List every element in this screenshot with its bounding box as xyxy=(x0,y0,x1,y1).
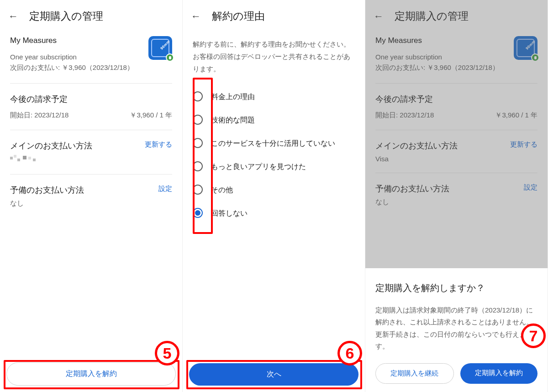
back-arrow-icon[interactable]: ← xyxy=(191,11,201,21)
payment-method-section: メインのお支払い方法 Visa 更新する xyxy=(365,130,548,163)
app-sub-line2: 次回のお支払い: ￥3,960（2023/12/18） xyxy=(375,62,514,73)
payment-value-redacted xyxy=(10,155,42,162)
app-icon: 90mm xyxy=(148,36,172,60)
annotation-circle-5: 5 xyxy=(155,341,179,366)
payment-method-section: メインのお支払い方法 更新する xyxy=(0,130,182,164)
radio-icon-selected xyxy=(193,208,203,218)
cancel-subscription-button[interactable]: 定期購入を解約 xyxy=(6,362,176,386)
billing-title: 今後の請求予定 xyxy=(375,94,537,105)
reason-radio-group: 料金上の理由 技術的な問題 このサービスを十分に活用していない もっと良いアプリ… xyxy=(183,85,365,225)
app-sub-line2: 次回のお支払い: ￥3,960（2023/12/18） xyxy=(10,62,148,73)
billing-start: 開始日: 2023/12/18 xyxy=(375,111,434,120)
page-title: 解約の理由 xyxy=(212,9,265,23)
billing-start: 開始日: 2023/12/18 xyxy=(10,111,68,120)
reason-option-3[interactable]: もっと良いアプリを見つけた xyxy=(193,155,355,178)
update-payment-link[interactable]: 更新する xyxy=(510,140,537,149)
page-title: 定期購入の管理 xyxy=(395,9,469,23)
cancel-reason-desc: 解約する前に、解約する理由をお聞かせください。お客様の回答はデベロッパーと共有さ… xyxy=(183,32,365,85)
billing-title: 今後の請求予定 xyxy=(10,94,172,105)
app-name: My Measures xyxy=(375,36,514,45)
reason-option-5[interactable]: 回答しない xyxy=(193,201,355,225)
reason-option-2[interactable]: このサービスを十分に活用していない xyxy=(193,132,355,155)
set-backup-link[interactable]: 設定 xyxy=(524,183,537,192)
app-summary: My Measures One year subscription 次回のお支払… xyxy=(0,32,182,73)
header: ← 定期購入の管理 xyxy=(365,0,548,32)
back-arrow-icon[interactable]: ← xyxy=(8,11,18,21)
badge-icon xyxy=(166,53,174,62)
radio-icon xyxy=(193,115,203,125)
backup-value: なし xyxy=(10,199,84,208)
radio-icon xyxy=(193,185,203,195)
payment-value: Visa xyxy=(375,155,458,163)
reason-option-0[interactable]: 料金上の理由 xyxy=(193,85,355,108)
header: ← 定期購入の管理 xyxy=(0,0,182,32)
sheet-title: 定期購入を解約しますか？ xyxy=(375,282,537,294)
payment-title: メインのお支払い方法 xyxy=(375,140,458,151)
annotation-circle-6: 6 xyxy=(337,341,362,366)
reason-label: 技術的な問題 xyxy=(211,114,255,126)
header: ← 解約の理由 xyxy=(183,0,365,32)
screen-cancel-reason: ← 解約の理由 解約する前に、解約する理由をお聞かせください。お客様の回答はデベ… xyxy=(183,0,365,392)
next-button[interactable]: 次へ xyxy=(189,363,358,386)
reason-option-4[interactable]: その他 xyxy=(193,178,355,201)
billing-section: 今後の請求予定 開始日: 2023/12/18 ￥3,960 / 1 年 xyxy=(0,84,182,120)
payment-title: メインのお支払い方法 xyxy=(10,140,92,151)
backup-title: 予備のお支払い方法 xyxy=(10,185,84,196)
app-summary: My Measures One year subscription 次回のお支払… xyxy=(365,32,548,73)
reason-label: もっと良いアプリを見つけた xyxy=(211,161,306,172)
confirm-cancel-button[interactable]: 定期購入を解約 xyxy=(460,363,538,384)
billing-price: ￥3,960 / 1 年 xyxy=(495,111,537,120)
reason-label: 料金上の理由 xyxy=(211,91,255,102)
screen-confirm-cancel: ← 定期購入の管理 My Measures One year subscript… xyxy=(365,0,548,392)
page-title: 定期購入の管理 xyxy=(29,9,103,23)
billing-section: 今後の請求予定 開始日: 2023/12/18 ￥3,960 / 1 年 xyxy=(365,84,548,120)
continue-subscription-button[interactable]: 定期購入を継続 xyxy=(375,363,454,384)
backup-value: なし xyxy=(375,198,449,207)
sheet-body: 定期購入は請求対象期間の終了時（2023/12/18）に解約され、これ以上請求さ… xyxy=(375,304,537,352)
screen-manage-subscription: ← 定期購入の管理 My Measures One year subscript… xyxy=(0,0,183,392)
app-sub-line1: One year subscription xyxy=(10,52,148,62)
back-arrow-icon[interactable]: ← xyxy=(374,11,384,21)
reason-label: その他 xyxy=(211,184,233,196)
radio-icon xyxy=(193,161,203,171)
backup-payment-section: 予備のお支払い方法 なし 設定 xyxy=(365,173,548,207)
radio-icon xyxy=(193,91,203,101)
app-name: My Measures xyxy=(10,36,148,45)
billing-price: ￥3,960 / 1 年 xyxy=(130,111,172,120)
backup-title: 予備のお支払い方法 xyxy=(375,183,449,194)
reason-label: 回答しない xyxy=(211,207,248,219)
reason-option-1[interactable]: 技術的な問題 xyxy=(193,108,355,132)
badge-icon xyxy=(531,53,539,62)
reason-label: このサービスを十分に活用していない xyxy=(211,138,335,149)
radio-icon xyxy=(193,138,203,148)
update-payment-link[interactable]: 更新する xyxy=(145,140,172,149)
backup-payment-section: 予備のお支払い方法 なし 設定 xyxy=(0,175,182,208)
app-icon: 90mm xyxy=(514,36,537,60)
app-sub-line1: One year subscription xyxy=(375,52,514,62)
confirm-cancel-sheet: 定期購入を解約しますか？ 定期購入は請求対象期間の終了時（2023/12/18）… xyxy=(365,268,548,392)
set-backup-link[interactable]: 設定 xyxy=(158,185,172,193)
